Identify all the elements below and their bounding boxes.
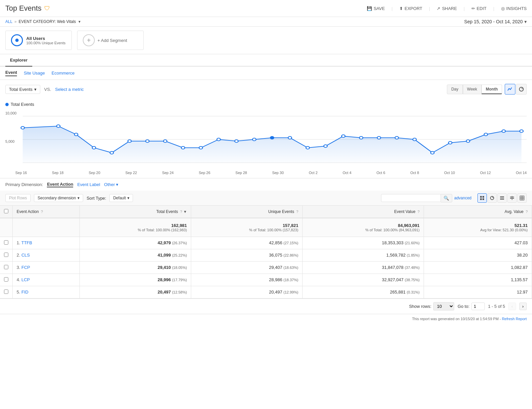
row5-checkbox[interactable]	[4, 290, 8, 294]
insights-button[interactable]: ◎ INSIGHTS	[501, 6, 527, 11]
svg-point-7	[92, 146, 95, 149]
summary-unique-events: 157,821 % of Total: 100.00% (157,823)	[191, 218, 303, 237]
row4-action-link[interactable]: LCP	[21, 277, 30, 282]
search-button[interactable]: 🔍	[441, 194, 452, 202]
rows-per-page-select[interactable]: 10 25 100 500 1000 5000	[433, 302, 454, 310]
compare-view-btn[interactable]	[507, 193, 517, 203]
edit-button[interactable]: ✏ EDIT	[471, 6, 487, 11]
row2-checkbox[interactable]	[4, 253, 8, 257]
row5-action-link[interactable]: FID	[21, 290, 28, 295]
chart-legend: Total Events	[5, 102, 527, 107]
breadcrumb-all[interactable]: ALL	[5, 19, 12, 24]
row2-unique-events: 36,075 (22.86%)	[191, 249, 303, 262]
th-checkbox	[0, 206, 13, 218]
prev-page-button[interactable]: ‹	[508, 303, 516, 310]
row4-checkbox[interactable]	[4, 277, 8, 282]
advanced-link[interactable]: advanced	[454, 196, 471, 200]
row3-action-link[interactable]: FCP	[21, 265, 30, 270]
row1-action-cell: 1. TTFB	[13, 237, 80, 249]
summary-row: 162,981 % of Total: 100.00% (162,983) 15…	[0, 218, 532, 237]
table-row: 2. CLS 41,099 (25.22%) 36,075 (22.86%) 1…	[0, 249, 532, 262]
chart-x-labels: Sep 16 Sep 18 Sep 20 Sep 22 Sep 24 Sep 2…	[5, 169, 527, 175]
breadcrumb-dropdown-arrow[interactable]	[78, 19, 80, 24]
row2-checkbox-cell	[0, 249, 13, 262]
all-users-segment[interactable]: All Users 100.00% Unique Events	[5, 31, 72, 50]
th-help-total-events[interactable]: ?	[180, 210, 182, 214]
select-all-checkbox[interactable]	[4, 209, 8, 213]
row5-checkbox-cell	[0, 286, 13, 299]
segment-info: All Users 100.00% Unique Events	[26, 36, 66, 45]
svg-rect-32	[480, 196, 482, 198]
plot-rows-button[interactable]: Plot Rows	[5, 194, 31, 202]
segment-icon	[11, 34, 23, 46]
row4-action-cell: 4. LCP	[13, 274, 80, 286]
pie-chart-btn[interactable]	[516, 84, 527, 95]
explorer-tab[interactable]: Explorer	[5, 54, 32, 67]
list-view-btn[interactable]	[497, 193, 507, 203]
shield-icon: 🛡	[44, 5, 50, 12]
th-help-event-action[interactable]: ?	[41, 210, 43, 214]
svg-point-13	[199, 146, 202, 149]
summary-avg-value: 521.31 Avg for View: 521.30 (0.00%)	[424, 218, 532, 237]
segment-pct: 100.00% Unique Events	[26, 41, 66, 45]
sort-type-label: Sort Type:	[86, 196, 106, 201]
row3-checkbox[interactable]	[4, 265, 8, 269]
data-table-view-btn[interactable]	[477, 193, 487, 203]
export-button[interactable]: ⬆ EXPORT	[399, 6, 422, 11]
dim-other[interactable]: Other	[104, 182, 118, 187]
x-label: Sep 24	[162, 171, 174, 175]
subtab-ecommerce[interactable]: Ecommerce	[52, 71, 74, 76]
svg-rect-45	[520, 196, 522, 198]
row3-checkbox-cell	[0, 262, 13, 274]
summary-checkbox-cell	[0, 218, 13, 237]
share-button[interactable]: ↗ SHARE	[437, 6, 457, 11]
breadcrumb-bar: ALL » EVENT CATEGORY: Web Vitals Sep 15,…	[0, 17, 532, 27]
svg-point-11	[164, 140, 167, 142]
time-btn-month[interactable]: Month	[481, 85, 502, 94]
row1-action-link[interactable]: TTFB	[21, 240, 32, 245]
page-title: Top Events 🛡	[5, 4, 367, 13]
next-page-button[interactable]: ›	[519, 303, 527, 310]
table-row: 3. FCP 29,410 (18.05%) 29,407 (18.63%) 3…	[0, 262, 532, 274]
time-btn-week[interactable]: Week	[463, 85, 481, 94]
secondary-dimension-dropdown[interactable]: Secondary dimension	[34, 194, 83, 202]
metric-dropdown[interactable]: Total Events	[5, 85, 40, 94]
add-segment-button[interactable]: + + Add Segment	[77, 31, 144, 50]
svg-point-16	[252, 138, 256, 141]
row2-action-link[interactable]: CLS	[21, 253, 30, 258]
x-label: Oct 10	[444, 171, 455, 175]
x-label: Oct 14	[516, 171, 527, 175]
th-help-unique-events[interactable]: ?	[296, 210, 298, 214]
legend-dot	[5, 103, 9, 106]
metric-label: Total Events	[9, 87, 33, 92]
refresh-report-link[interactable]: Refresh Report	[502, 317, 527, 321]
svg-point-25	[413, 138, 416, 141]
row5-total-events: 20,497 (12.58%)	[80, 286, 191, 299]
time-btn-day[interactable]: Day	[447, 85, 463, 94]
dim-event-label[interactable]: Event Label	[77, 182, 100, 187]
row2-total-events: 41,099 (25.22%)	[80, 249, 191, 262]
chart-y-label-5k: 5,000	[5, 139, 15, 143]
line-chart-btn[interactable]	[505, 84, 515, 95]
row2-event-value: 1,569,782 (1.85%)	[303, 249, 424, 262]
svg-rect-39	[500, 199, 504, 200]
row1-checkbox[interactable]	[4, 240, 8, 245]
th-help-event-value[interactable]: ?	[418, 210, 420, 214]
row1-unique-events: 42,856 (27.15%)	[191, 237, 303, 249]
sort-dropdown-arrow	[127, 196, 129, 200]
subtab-event[interactable]: Event	[5, 70, 17, 76]
pivot-view-btn[interactable]	[517, 193, 527, 203]
save-button[interactable]: 💾 SAVE	[367, 6, 385, 11]
sort-type-dropdown[interactable]: Default	[109, 194, 133, 202]
select-metric[interactable]: Select a metric	[55, 87, 84, 92]
goto-input[interactable]	[471, 303, 485, 310]
date-range-arrow[interactable]	[524, 19, 527, 24]
search-input[interactable]	[381, 194, 441, 202]
add-segment-label: + Add Segment	[97, 38, 127, 43]
pie-view-btn[interactable]	[487, 193, 497, 203]
subtab-site-usage[interactable]: Site Usage	[24, 71, 45, 76]
events-table: Event Action ? Total Events ? ▼ Unique E…	[0, 206, 532, 299]
dim-event-action[interactable]: Event Action	[47, 182, 73, 187]
svg-point-24	[395, 136, 398, 139]
th-help-avg-value[interactable]: ?	[526, 210, 528, 214]
